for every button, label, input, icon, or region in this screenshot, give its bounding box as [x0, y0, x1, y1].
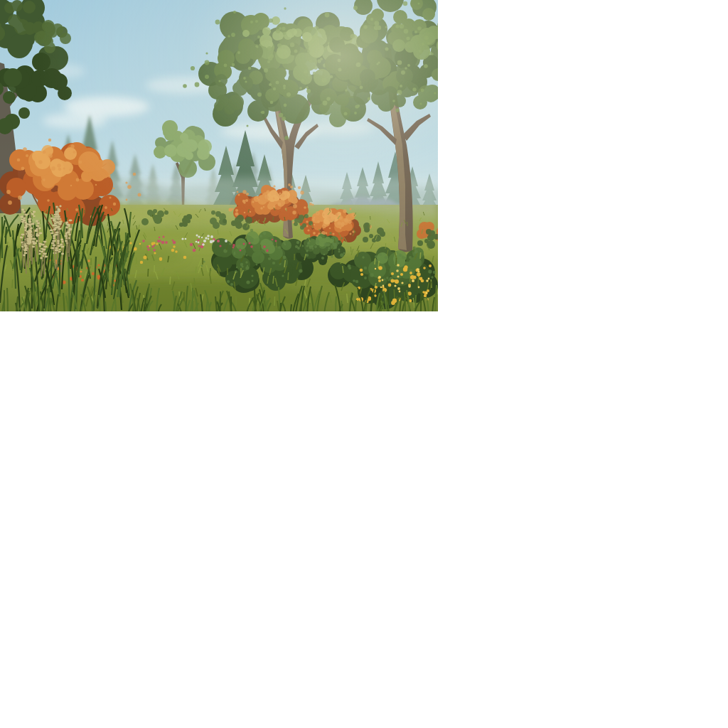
viewport-scene: [0, 0, 438, 311]
